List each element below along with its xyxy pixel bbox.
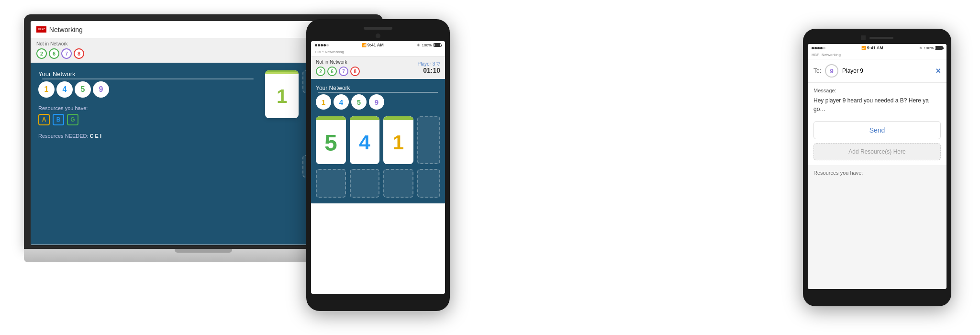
phone-center-not-in-network: Not in Network 2 6 7 8 Player 3 ▽ 01:10	[311, 56, 445, 79]
phone-center-nin-label: Not in Network	[316, 59, 360, 65]
laptop-network-player-5: 5	[75, 81, 91, 98]
pc-nin-2: 2	[316, 67, 325, 76]
laptop-logo: HBP Networking	[36, 26, 83, 34]
laptop-resources-needed: Resources NEEDED: C E I	[38, 131, 257, 140]
battery-icon	[434, 43, 441, 47]
pr-wifi-icon: 📶	[861, 46, 866, 50]
dot-4	[323, 44, 326, 46]
battery-label: 100%	[422, 43, 432, 47]
phone-center-nin-players: 2 6 7 8	[316, 67, 360, 76]
pc-slot-4[interactable]	[417, 169, 440, 198]
laptop-card-1: 1	[265, 70, 299, 118]
pc-slot-1[interactable]	[316, 169, 346, 198]
bluetooth-icon: ✳	[417, 43, 420, 47]
msg-player-number: 9	[830, 67, 833, 75]
phone-right-resources-section: Resources you have:	[808, 165, 947, 180]
laptop-resources-needed-label: Resources NEEDED:	[38, 133, 90, 139]
dot-2	[318, 44, 320, 46]
dot-5	[326, 44, 329, 46]
phone-right-speaker	[869, 37, 893, 39]
dot-1	[315, 44, 317, 46]
pc-card-5: 5	[316, 116, 346, 164]
phone-right-camera	[861, 35, 866, 40]
signal-dots	[315, 44, 329, 46]
phone-center-camera	[376, 34, 380, 38]
phone-center-timer: 01:10	[418, 67, 440, 74]
laptop-network-player-4: 4	[56, 81, 73, 98]
pc-card-1-value: 1	[393, 131, 404, 154]
laptop-resources-have-label: Resources you have:	[38, 105, 257, 111]
msg-send-button[interactable]: Send	[813, 121, 941, 139]
pr-dot-5	[823, 47, 825, 49]
hbp-logo: HBP	[36, 26, 46, 32]
laptop-network-player-1: 1	[38, 81, 55, 98]
pr-dot-1	[812, 47, 814, 49]
phone-right-resources-label: Resources you have:	[813, 170, 941, 176]
pc-net-4: 4	[334, 94, 349, 110]
laptop-network-player-9: 9	[93, 81, 109, 98]
msg-to-label: To:	[813, 67, 821, 74]
phone-center-speaker	[364, 27, 392, 30]
pr-dot-3	[817, 47, 820, 49]
phone-right-statusbar: 📶 9:41 AM ✳ 100%	[808, 44, 947, 52]
pr-dot-2	[814, 47, 817, 49]
phone-center-nin-right: Player 3 ▽ 01:10	[418, 61, 440, 74]
statusbar-center: 📶 9:41 AM	[362, 43, 384, 47]
laptop-player-7: 7	[61, 48, 72, 59]
pr-bluetooth-icon: ✳	[919, 46, 923, 50]
pr-battery-fill	[936, 46, 942, 49]
resource-G: G	[67, 114, 78, 125]
msg-player-name: Player 9	[842, 67, 932, 74]
laptop-your-network-label: Your Network	[38, 70, 257, 78]
laptop-left-panel: Your Network 1 4 5 9 Resources you have:…	[38, 70, 257, 237]
phone-center-cards: 5 4 1	[316, 116, 440, 164]
pr-battery-icon	[935, 46, 943, 50]
pc-nin-7: 7	[339, 67, 348, 76]
phone-center: 📶 9:41 AM ✳ 100% HBP: Networking	[306, 19, 450, 311]
phone-center-screen: 📶 9:41 AM ✳ 100% HBP: Networking	[311, 41, 445, 294]
pr-dot-4	[820, 47, 823, 49]
statusbar-right: ✳ 100%	[417, 43, 441, 47]
pc-card-slot[interactable]	[417, 116, 440, 164]
phone-right-body: 📶 9:41 AM ✳ 100% HBP: Networking To:	[803, 29, 951, 306]
pc-card-4-value: 4	[359, 131, 370, 154]
phone-center-network-row: 1 4 5 9	[316, 94, 440, 110]
pc-nin-6: 6	[327, 67, 337, 76]
phone-center-time: 9:41 AM	[368, 43, 384, 47]
scene: HBP Networking Player 3 ▽ Not in Network…	[0, 0, 980, 335]
phone-center-your-network-label: Your Network	[316, 85, 440, 91]
phone-center-main: Your Network 1 4 5 9 5 4	[311, 79, 445, 203]
message-header: To: 9 Player 9 ×	[808, 59, 947, 83]
msg-message-label: Message:	[813, 88, 941, 93]
laptop-app-title: Networking	[49, 26, 83, 34]
msg-message-text: Hey player 9 heard you needed a B? Here …	[813, 96, 941, 113]
laptop-card-value: 1	[277, 86, 287, 107]
pc-nin-8: 8	[350, 67, 360, 76]
msg-add-resource-button[interactable]: Add Resource(s) Here	[813, 143, 941, 160]
laptop-needed-items: C E I	[90, 133, 101, 139]
msg-close-button[interactable]: ×	[935, 66, 941, 76]
phone-center-statusbar: 📶 9:41 AM ✳ 100%	[311, 41, 445, 49]
msg-player-9-circle: 9	[825, 64, 838, 78]
pc-net-9: 9	[369, 94, 384, 110]
dot-3	[321, 44, 323, 46]
laptop-network-players: 1 4 5 9	[38, 81, 257, 98]
pr-battery-label: 100%	[924, 46, 934, 50]
resource-A: A	[38, 114, 50, 125]
pc-net-5: 5	[351, 94, 367, 110]
pc-slot-2[interactable]	[350, 169, 380, 198]
laptop-resources-row: A B G	[38, 114, 257, 125]
phone-right-appbar: HBP: Networking	[808, 52, 947, 59]
phone-right: 📶 9:41 AM ✳ 100% HBP: Networking To:	[803, 29, 951, 306]
pc-card-1: 1	[383, 116, 413, 164]
pc-slot-3[interactable]	[383, 169, 413, 198]
pr-signal	[812, 47, 825, 49]
pr-right-status: ✳ 100%	[919, 46, 943, 50]
laptop-player-2: 2	[36, 48, 47, 59]
phone-right-screen: 📶 9:41 AM ✳ 100% HBP: Networking To:	[808, 44, 947, 289]
phone-right-time: 9:41 AM	[867, 45, 883, 50]
message-body: Message: Hey player 9 heard you needed a…	[808, 83, 947, 165]
phone-center-nin-left: Not in Network 2 6 7 8	[316, 59, 360, 76]
phone-center-player-badge[interactable]: Player 3 ▽	[418, 61, 440, 67]
phone-center-appbar: HBP: Networking	[311, 49, 445, 56]
